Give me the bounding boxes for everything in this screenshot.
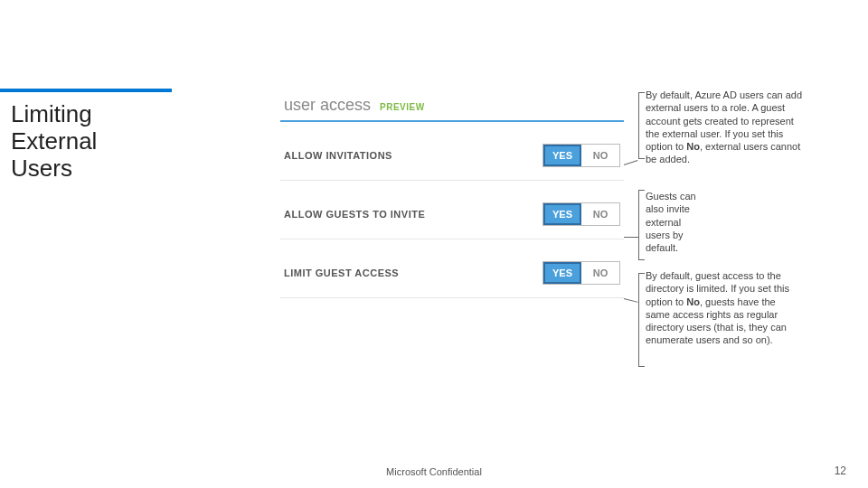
callout-line bbox=[624, 298, 638, 303]
preview-tag: PREVIEW bbox=[380, 102, 425, 112]
callout-line bbox=[624, 160, 638, 165]
setting-allow-guests-invite: ALLOW GUESTS TO INVITE YES NO bbox=[280, 181, 624, 239]
toggle-no[interactable]: NO bbox=[581, 145, 619, 166]
callout-bracket bbox=[638, 92, 639, 159]
callout-allow-invitations: By default, Azure AD users can add exter… bbox=[646, 89, 808, 166]
slide-title: Limiting External Users bbox=[11, 101, 161, 183]
toggle-no[interactable]: NO bbox=[581, 262, 619, 284]
toggle-allow-invitations[interactable]: YES NO bbox=[542, 144, 620, 167]
panel-header: user access PREVIEW bbox=[280, 89, 624, 122]
panel-title: user access bbox=[284, 96, 371, 115]
toggle-yes[interactable]: YES bbox=[543, 145, 581, 166]
user-access-panel: user access PREVIEW ALLOW INVITATIONS YE… bbox=[280, 89, 624, 298]
footer-confidential: Microsoft Confidential bbox=[0, 466, 868, 477]
page-number: 12 bbox=[835, 465, 846, 477]
setting-label: LIMIT GUEST ACCESS bbox=[284, 267, 399, 278]
callout-line bbox=[624, 237, 638, 238]
callout-limit-guest: By default, guest access to the director… bbox=[646, 269, 799, 347]
setting-allow-invitations: ALLOW INVITATIONS YES NO bbox=[280, 122, 624, 181]
toggle-yes[interactable]: YES bbox=[543, 262, 581, 284]
toggle-allow-guests-invite[interactable]: YES NO bbox=[542, 202, 620, 226]
setting-limit-guest-access: LIMIT GUEST ACCESS YES NO bbox=[280, 239, 624, 298]
slide-title-block: Limiting External Users bbox=[0, 89, 172, 195]
setting-label: ALLOW INVITATIONS bbox=[284, 150, 392, 161]
toggle-no[interactable]: NO bbox=[581, 203, 619, 225]
toggle-yes[interactable]: YES bbox=[543, 203, 581, 225]
toggle-limit-guest-access[interactable]: YES NO bbox=[542, 261, 620, 285]
callout-bracket bbox=[638, 273, 639, 367]
callout-guests-invite: Guests can also invite external users by… bbox=[646, 190, 700, 254]
setting-label: ALLOW GUESTS TO INVITE bbox=[284, 209, 425, 220]
callout-bracket bbox=[638, 190, 639, 260]
